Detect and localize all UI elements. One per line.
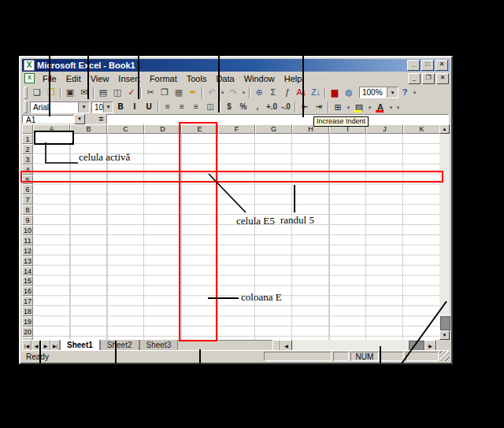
row-header[interactable]: 8	[22, 205, 33, 215]
menu-item[interactable]: File	[38, 73, 61, 84]
more-buttons-icon[interactable]: ▾	[395, 101, 402, 114]
row-header[interactable]: 4	[22, 164, 33, 175]
scroll-left-icon[interactable]: ◀	[280, 340, 292, 351]
italic-icon[interactable]: I	[128, 101, 142, 114]
scroll-down-icon[interactable]: ▼	[439, 330, 450, 340]
new-icon[interactable]: ❑	[30, 86, 44, 99]
column-header[interactable]: B	[70, 124, 107, 134]
paste-function-icon[interactable]: ƒ	[280, 86, 295, 99]
font-name-combobox[interactable]: Arial ▾	[30, 101, 90, 113]
increase-indent-icon[interactable]: ⇥	[312, 101, 326, 114]
column-header[interactable]: C	[107, 124, 144, 134]
vertical-scroll-thumb[interactable]	[440, 316, 450, 330]
print-preview-icon[interactable]: ◫	[110, 86, 124, 99]
resize-grip[interactable]	[439, 351, 450, 361]
row-header[interactable]: 10	[22, 225, 33, 235]
insert-hyperlink-icon[interactable]: ⊕	[252, 86, 266, 99]
doc-close-button[interactable]: ✕	[436, 73, 449, 84]
scroll-right-icon[interactable]: ▶	[424, 340, 436, 351]
row-header[interactable]: 20	[22, 327, 33, 337]
spelling-icon[interactable]: ✓	[124, 86, 139, 99]
align-right-icon[interactable]: ≡	[189, 101, 203, 114]
align-center-icon[interactable]: ≡	[175, 101, 189, 114]
comma-icon[interactable]: ,	[250, 101, 265, 114]
minimize-button[interactable]: _	[407, 60, 420, 71]
vertical-scrollbar[interactable]: ▲ ▼	[439, 124, 450, 340]
row-header[interactable]: 3	[22, 154, 33, 164]
cell-grid[interactable]	[33, 134, 439, 340]
zoom-dropdown-icon[interactable]: ▾	[387, 87, 398, 98]
name-box-dropdown-icon[interactable]: ▾	[74, 114, 85, 124]
borders-icon[interactable]: ⊞	[331, 101, 345, 114]
open-icon[interactable]: ❒	[44, 86, 58, 99]
fill-color-dropdown-icon[interactable]: ▾	[366, 101, 373, 114]
menu-item[interactable]: Edit	[61, 73, 86, 84]
row-header[interactable]: 2	[22, 144, 33, 154]
row-header[interactable]: 16	[22, 286, 33, 296]
row-header[interactable]: 7	[22, 194, 33, 205]
row-header[interactable]: 17	[22, 296, 33, 306]
font-color-icon[interactable]: A	[373, 101, 387, 114]
email-icon[interactable]: ✉	[77, 86, 91, 99]
tab-scroll-icon[interactable]: ◀	[32, 340, 41, 351]
format-painter-icon[interactable]: ✒	[186, 86, 200, 99]
redo-icon[interactable]: ↷	[226, 86, 240, 99]
row-header[interactable]: 6	[22, 184, 33, 194]
column-header[interactable]: F	[218, 124, 255, 134]
percent-icon[interactable]: %	[236, 101, 250, 114]
tab-scroll-icon[interactable]: ▶	[41, 340, 50, 351]
underline-icon[interactable]: U	[142, 101, 156, 114]
close-button[interactable]: ✕	[435, 60, 448, 71]
menu-item[interactable]: Data	[211, 73, 239, 84]
borders-dropdown-icon[interactable]: ▾	[345, 101, 352, 114]
chart-wizard-icon[interactable]: ▆	[328, 86, 342, 99]
fill-color-icon[interactable]: ▨	[352, 101, 366, 114]
tab-scroll-icon[interactable]: |◀	[22, 340, 32, 351]
font-color-dropdown-icon[interactable]: ▾	[387, 101, 395, 114]
menu-item[interactable]: Tools	[182, 73, 212, 84]
align-left-icon[interactable]: ≡	[161, 101, 175, 114]
column-header[interactable]: E	[181, 124, 218, 134]
help-dropdown-icon[interactable]: ▾	[411, 86, 418, 99]
cut-icon[interactable]: ✂	[143, 86, 158, 99]
doc-minimize-button[interactable]: _	[408, 73, 421, 84]
formula-input[interactable]	[106, 114, 449, 124]
maximize-button[interactable]: □	[421, 60, 434, 71]
tab-scroll-icon[interactable]: ▶|	[50, 340, 60, 351]
row-header[interactable]: 15	[22, 275, 33, 286]
menu-item[interactable]: Help	[280, 73, 307, 84]
undo-dropdown-icon[interactable]: ▾	[219, 86, 226, 99]
row-header[interactable]: 9	[22, 215, 33, 225]
toolbar-drag-handle[interactable]	[24, 101, 28, 113]
menu-item[interactable]: View	[86, 73, 114, 84]
workbook-icon[interactable]: X	[24, 73, 35, 83]
sheet-tab[interactable]: Sheet3	[139, 340, 179, 351]
toolbar-drag-handle[interactable]	[24, 87, 28, 99]
autosum-icon[interactable]: Σ	[266, 86, 280, 99]
save-icon[interactable]: ▣	[63, 86, 77, 99]
row-header[interactable]: 13	[22, 256, 33, 266]
copy-icon[interactable]: ❐	[158, 86, 172, 99]
font-size-combobox[interactable]: 10 ▾	[91, 101, 113, 113]
print-icon[interactable]: ▤	[96, 86, 110, 99]
scroll-up-icon[interactable]: ▲	[439, 124, 450, 134]
menu-item[interactable]: Format	[145, 73, 182, 84]
help-icon[interactable]: ?	[398, 86, 411, 99]
zoom-combobox[interactable]: 100% ▾	[359, 87, 398, 98]
currency-icon[interactable]: $	[222, 101, 236, 114]
active-cell-a1[interactable]	[34, 131, 74, 145]
decrease-decimal-icon[interactable]: -.0	[279, 101, 293, 114]
horizontal-scrollbar[interactable]: ◀ ▶	[272, 340, 450, 351]
bold-icon[interactable]: B	[113, 101, 128, 114]
row-header[interactable]: 11	[22, 235, 33, 245]
doc-restore-button[interactable]: ❐	[422, 73, 435, 84]
row-header[interactable]: 5	[22, 175, 33, 185]
column-header[interactable]: K	[403, 124, 439, 134]
row-header[interactable]: 1	[22, 134, 33, 144]
decrease-indent-icon[interactable]: ⇤	[298, 101, 312, 114]
menu-item[interactable]: Insert	[113, 73, 145, 84]
tab-split-box[interactable]	[272, 340, 280, 351]
row-header[interactable]: 12	[22, 245, 33, 256]
font-name-dropdown-icon[interactable]: ▾	[78, 102, 89, 113]
sort-descending-icon[interactable]: Z↓	[309, 86, 323, 99]
